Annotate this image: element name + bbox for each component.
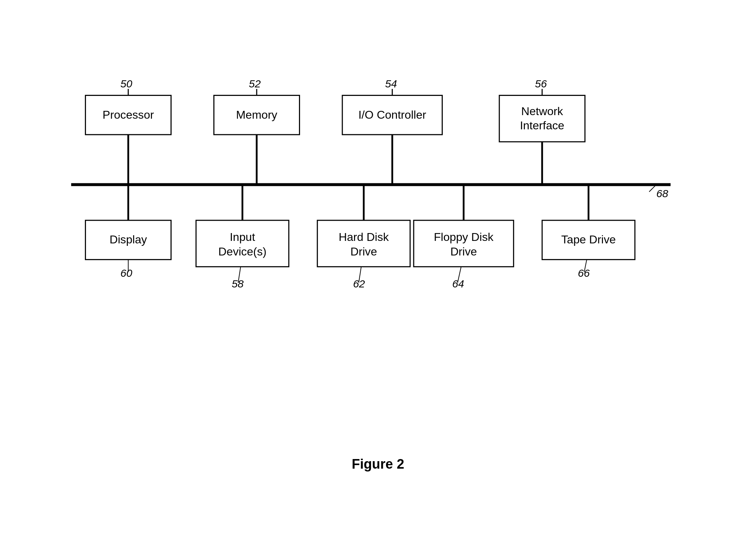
memory-label: Memory xyxy=(236,108,277,121)
diagram-container: 50 52 54 56 Processor Memory I/O Control… xyxy=(43,53,713,373)
hard-disk-box xyxy=(317,220,410,267)
figure-caption: Figure 2 xyxy=(0,457,756,472)
floppy-disk-label-2: Drive xyxy=(450,245,477,258)
figure-label-text: Figure 2 xyxy=(352,457,404,471)
tape-drive-label: Tape Drive xyxy=(561,233,616,246)
hard-disk-label-1: Hard Disk xyxy=(339,231,389,243)
hard-disk-label-2: Drive xyxy=(350,245,377,258)
input-devices-label-2: Device(s) xyxy=(218,245,267,258)
ref-54: 54 xyxy=(385,78,397,90)
network-interface-box xyxy=(499,95,585,142)
io-controller-label: I/O Controller xyxy=(358,108,426,121)
display-label: Display xyxy=(109,233,147,246)
ref-56: 56 xyxy=(535,78,547,90)
page: 50 52 54 56 Processor Memory I/O Control… xyxy=(0,0,756,550)
ref-66: 66 xyxy=(578,267,590,279)
network-interface-label-2: Interface xyxy=(520,119,564,132)
ref-58: 58 xyxy=(232,278,244,290)
input-devices-box xyxy=(196,220,289,267)
input-devices-label-1: Input xyxy=(230,231,255,243)
processor-label: Processor xyxy=(103,108,154,121)
ref-60: 60 xyxy=(120,267,132,279)
ref-68: 68 xyxy=(656,188,668,199)
ref-50: 50 xyxy=(120,78,132,90)
ref-52: 52 xyxy=(249,78,261,90)
floppy-disk-label-1: Floppy Disk xyxy=(434,231,494,243)
diagram-svg: 50 52 54 56 Processor Memory I/O Control… xyxy=(43,53,713,373)
network-interface-label-1: Network xyxy=(521,105,564,118)
floppy-disk-box xyxy=(414,220,513,267)
